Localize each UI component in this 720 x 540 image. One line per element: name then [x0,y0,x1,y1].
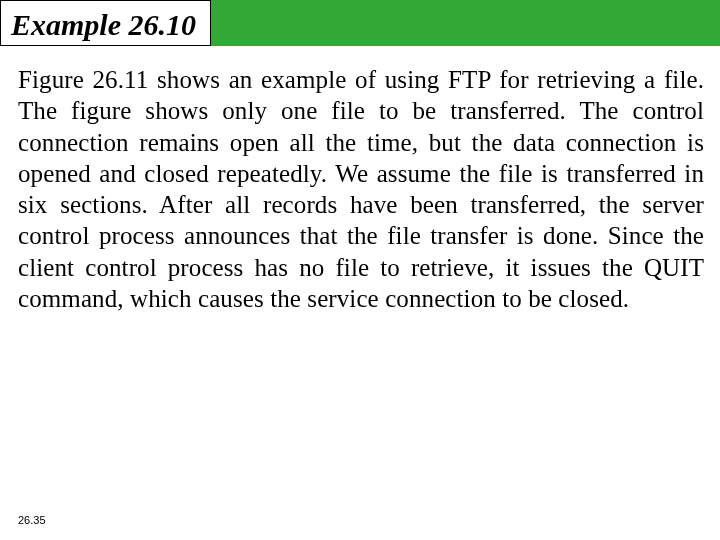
example-title: Example 26.10 [0,0,211,46]
page-number: 26.35 [18,514,46,526]
body-paragraph: Figure 26.11 shows an example of using F… [0,46,720,314]
header-bar: Example 26.10 [0,0,720,46]
